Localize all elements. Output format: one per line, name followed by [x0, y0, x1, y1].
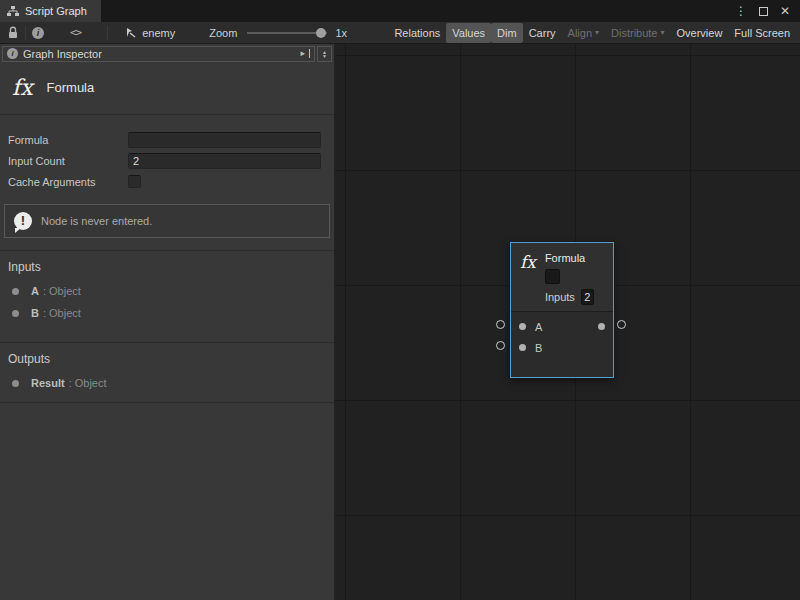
inspector-title: Graph Inspector: [23, 48, 102, 60]
node-ports: A B: [511, 311, 613, 377]
connection-point-b[interactable]: [496, 341, 505, 350]
port-type: : Object: [43, 285, 81, 297]
align-label: Align: [568, 27, 592, 39]
graph-inspector-panel: i Graph Inspector ▸ ▲ ▼ fx Formula Formu…: [0, 44, 335, 600]
port-name: B: [31, 307, 39, 319]
close-icon[interactable]: ✕: [780, 5, 790, 17]
full-screen-button[interactable]: Full Screen: [728, 23, 796, 43]
output-port-result[interactable]: [598, 323, 605, 330]
warning-text: Node is never entered.: [41, 215, 152, 227]
tab-script-graph[interactable]: Script Graph: [0, 0, 101, 22]
dock-right-icon[interactable]: ▸: [300, 49, 310, 58]
graph-canvas[interactable]: fx Formula Inputs 2 A: [335, 44, 800, 600]
inputs-section-title: Inputs: [0, 251, 334, 280]
toolbar: i <> enemy Zoom 1x Relations Values Dim …: [0, 22, 800, 44]
info-icon: i: [7, 48, 18, 59]
dim-button[interactable]: Dim: [491, 23, 523, 43]
zoom-slider-handle[interactable]: [316, 28, 326, 38]
script-graph-icon: [7, 6, 19, 17]
port-row-b: B: [511, 337, 613, 358]
chevron-down-icon: ▾: [661, 29, 665, 37]
warning-icon: !: [14, 212, 32, 230]
fx-icon: fx: [520, 252, 536, 305]
zoom-value: 1x: [335, 27, 347, 39]
values-button[interactable]: Values: [446, 23, 491, 43]
toolbar-separator: [107, 26, 108, 40]
cache-arguments-label: Cache Arguments: [8, 176, 128, 188]
info-icon[interactable]: i: [32, 27, 44, 39]
node-inputs-label: Inputs: [545, 291, 575, 303]
maximize-icon[interactable]: [759, 7, 768, 16]
chevron-down-icon: ▾: [595, 29, 599, 37]
fields: Formula Input Count Cache Arguments: [0, 115, 334, 192]
formula-node-header: fx Formula Inputs 2: [511, 243, 613, 311]
relations-button[interactable]: Relations: [388, 23, 446, 43]
unit-title-block: fx Formula: [0, 63, 334, 115]
menu-icon[interactable]: ⋮: [735, 5, 747, 17]
object-pointer-icon: [126, 27, 137, 38]
graph-owner-label: enemy: [142, 27, 175, 39]
inspector-selector[interactable]: i Graph Inspector ▸: [2, 46, 315, 62]
inputs-section: Inputs A : Object B : Object: [0, 250, 334, 330]
formula-field-row: Formula: [0, 129, 334, 150]
input-row-b: B : Object: [0, 302, 334, 324]
node-formula-input[interactable]: [545, 269, 560, 284]
input-count-label: Input Count: [8, 155, 128, 167]
align-button[interactable]: Align ▾: [562, 23, 605, 43]
port-dot: [12, 310, 19, 317]
formula-label: Formula: [8, 134, 128, 146]
window-controls: ⋮ ✕: [735, 0, 800, 22]
graph-owner[interactable]: enemy: [126, 27, 175, 39]
inspector-header: i Graph Inspector ▸ ▲ ▼: [0, 44, 334, 63]
outputs-section-title: Outputs: [0, 343, 334, 372]
zoom-label: Zoom: [209, 27, 237, 39]
code-icon[interactable]: <>: [70, 26, 81, 39]
port-row-a: A: [511, 316, 613, 337]
node-inputs-row: Inputs 2: [545, 289, 594, 305]
script-graph-window: Script Graph ⋮ ✕ i <> enemy Zoom: [0, 0, 800, 600]
formula-input[interactable]: [128, 132, 321, 148]
input-port-b[interactable]: [519, 344, 526, 351]
arrow-down-icon: ▼: [322, 54, 327, 58]
tab-label: Script Graph: [25, 5, 87, 17]
distribute-button[interactable]: Distribute ▾: [605, 23, 670, 43]
input-count-field-row: Input Count: [0, 150, 334, 171]
fx-icon: fx: [12, 75, 33, 100]
overview-button[interactable]: Overview: [671, 23, 729, 43]
lock-icon[interactable]: [7, 26, 19, 39]
formula-node[interactable]: fx Formula Inputs 2 A: [510, 242, 614, 378]
connection-point-result[interactable]: [617, 320, 626, 329]
connection-point-a[interactable]: [496, 320, 505, 329]
outputs-section: Outputs Result : Object: [0, 342, 334, 403]
titlebar: Script Graph ⋮ ✕: [0, 0, 800, 22]
output-row-result: Result : Object: [0, 372, 334, 394]
zoom-slider[interactable]: [247, 32, 327, 34]
cache-arguments-field-row: Cache Arguments: [0, 171, 334, 192]
toolbar-separator: [25, 26, 26, 40]
port-name: Result: [31, 377, 65, 389]
cache-arguments-checkbox[interactable]: [128, 175, 141, 188]
carry-button[interactable]: Carry: [523, 23, 562, 43]
port-label: B: [535, 342, 542, 354]
input-port-a[interactable]: [519, 323, 526, 330]
port-type: : Object: [69, 377, 107, 389]
node-input-count[interactable]: 2: [581, 289, 594, 305]
unit-name: Formula: [47, 80, 95, 95]
stepper-icon[interactable]: ▲ ▼: [317, 46, 332, 62]
port-type: : Object: [43, 307, 81, 319]
port-dot: [12, 288, 19, 295]
port-dot: [12, 380, 19, 387]
warning-box: ! Node is never entered.: [4, 204, 330, 238]
input-count-input[interactable]: [128, 153, 321, 169]
toolbar-buttons: Relations Values Dim Carry Align ▾ Distr…: [388, 22, 796, 44]
distribute-label: Distribute: [611, 27, 657, 39]
port-label: A: [535, 321, 542, 333]
port-name: A: [31, 285, 39, 297]
input-row-a: A : Object: [0, 280, 334, 302]
node-title: Formula: [545, 252, 594, 264]
